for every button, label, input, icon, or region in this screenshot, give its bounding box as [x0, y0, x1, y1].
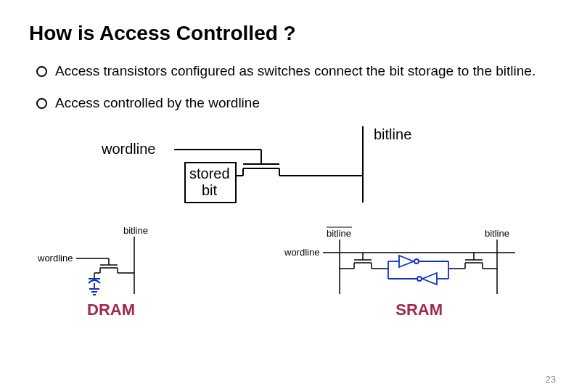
svg-marker-45	[399, 256, 414, 267]
stored-bit-label-2: bit	[202, 182, 218, 198]
bitline-label: bitline	[374, 126, 411, 142]
dram-wordline-label: wordline	[37, 253, 73, 264]
sram-diagram: bitline bitline wordline	[283, 225, 530, 298]
dram-bitline-label: bitline	[123, 225, 148, 236]
dram-diagram: bitline wordline	[36, 225, 203, 298]
dram-caption: DRAM	[87, 301, 135, 319]
bullet-list: Access transistors configured as switche…	[29, 62, 537, 112]
page-number: 23	[546, 374, 556, 385]
bullet-item: Access controlled by the wordline	[36, 94, 537, 112]
slide-title: How is Access Controlled ?	[29, 22, 537, 45]
sram-caption: SRAM	[395, 301, 443, 319]
svg-marker-51	[422, 273, 437, 285]
wordline-label: wordline	[101, 141, 155, 157]
stored-bit-label-1: stored	[189, 166, 230, 181]
bullet-item: Access transistors configured as switche…	[36, 62, 537, 80]
main-access-diagram: wordline bitline stored bit	[94, 126, 472, 221]
sram-bitline-bar-label: bitline	[327, 228, 351, 239]
sram-bitline-label: bitline	[485, 228, 509, 239]
sram-wordline-label: wordline	[284, 247, 319, 258]
